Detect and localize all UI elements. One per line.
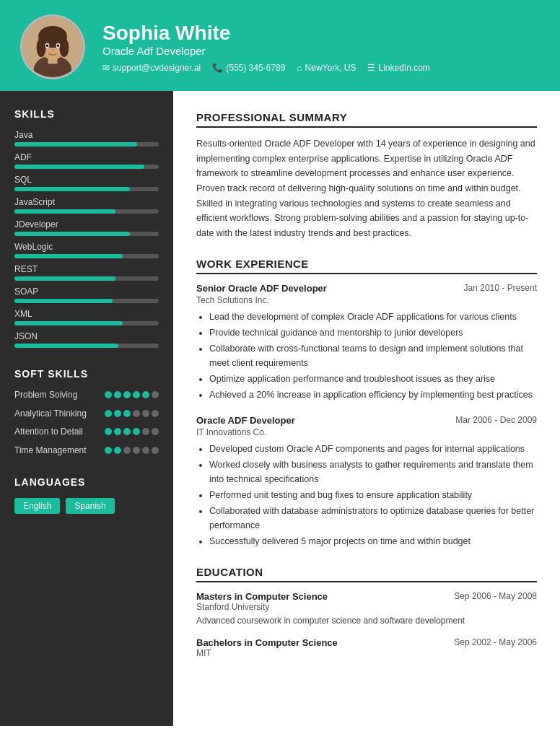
skill-bar-fill [14, 254, 123, 258]
skill-bar-fill [14, 321, 123, 325]
skills-list: Java ADF SQL JavaScript JDeveloper WebLo… [14, 130, 159, 348]
work-experience-section: WORK EXPERIENCE Senior Oracle ADF Develo… [196, 258, 537, 548]
edu-item: Masters in Computer Science Sep 2006 - M… [196, 591, 537, 627]
main-layout: SKILLS Java ADF SQL JavaScript JDevelope… [0, 91, 560, 726]
dot [133, 447, 140, 454]
job-bullet: Collaborated with database administrator… [209, 504, 537, 533]
job-date: Jan 2010 - Present [464, 283, 537, 293]
contact-phone: 📞 (555) 345-6789 [212, 63, 285, 73]
skill-bar-bg [14, 276, 159, 281]
avatar [20, 14, 85, 79]
job-bullet: Performed unit testing and bug fixes to … [209, 488, 537, 502]
skill-name: SQL [14, 175, 159, 185]
jobs-list: Senior Oracle ADF Developer Jan 2010 - P… [196, 283, 537, 548]
skill-name: REST [14, 264, 159, 274]
skill-bar-bg [14, 254, 159, 258]
skill-bar-bg [14, 321, 159, 325]
work-title: WORK EXPERIENCE [196, 258, 537, 274]
languages-title: LANGUAGES [14, 476, 159, 488]
language-tags: EnglishSpanish [14, 498, 159, 514]
linkedin-icon: ☰ [367, 63, 375, 73]
dots-container [105, 427, 159, 435]
job-date: Mar 2006 - Dec 2009 [455, 415, 537, 425]
skills-title: SKILLS [14, 108, 159, 120]
dot [105, 428, 112, 435]
skill-item: JDeveloper [14, 219, 159, 236]
soft-skill-name: Problem Solving [14, 390, 99, 401]
skill-bar-fill [14, 299, 113, 303]
svg-point-10 [46, 44, 49, 47]
edu-degree: Masters in Computer Science [196, 591, 328, 602]
dot [114, 447, 121, 454]
svg-rect-7 [38, 35, 66, 48]
dot [114, 391, 121, 398]
skill-item: SQL [14, 175, 159, 191]
dot [114, 428, 121, 435]
edu-date: Sep 2006 - May 2008 [454, 591, 537, 601]
svg-point-11 [57, 44, 60, 47]
skill-item: SOAP [14, 287, 159, 303]
soft-skill-item: Time Management [14, 445, 159, 457]
dot [133, 410, 140, 417]
edu-item: Bachelors in Computer Science Sep 2002 -… [196, 637, 537, 658]
job-bullet: Collaborate with cross-functional teams … [209, 341, 537, 370]
job-title: Senior Oracle ADF Developer [196, 283, 327, 294]
summary-text: Results-oriented Oracle ADF Developer wi… [196, 136, 537, 240]
skill-bar-fill [14, 142, 137, 147]
dot [123, 428, 131, 435]
job-company: IT Innovations Co. [196, 427, 537, 437]
dot [142, 428, 149, 435]
contact-location: ⌂ NewYork, US [297, 63, 356, 73]
sidebar: SKILLS Java ADF SQL JavaScript JDevelope… [0, 91, 173, 726]
dot [142, 447, 149, 454]
dot [114, 410, 121, 417]
skill-bar-bg [14, 165, 159, 169]
skill-item: WebLogic [14, 242, 159, 258]
candidate-name: Sophia White [102, 21, 540, 45]
soft-skill-item: Problem Solving [14, 390, 159, 401]
skill-bar-fill [14, 276, 115, 281]
dot [152, 410, 159, 417]
job-item: Senior Oracle ADF Developer Jan 2010 - P… [196, 283, 537, 402]
location-icon: ⌂ [297, 63, 302, 73]
phone-icon: 📞 [212, 63, 223, 73]
job-title: Oracle ADF Developer [196, 415, 295, 426]
skill-bar-fill [14, 344, 118, 348]
dot [123, 447, 131, 454]
dot [133, 428, 140, 435]
edu-school: Stanford University [196, 602, 537, 612]
skill-bar-fill [14, 232, 130, 236]
summary-title: PROFESSIONAL SUMMARY [196, 111, 537, 128]
job-bullet: Optimize application performance and tro… [209, 372, 537, 386]
language-tag: Spanish [66, 498, 114, 514]
dot [152, 428, 159, 435]
summary-section: PROFESSIONAL SUMMARY Results-oriented Or… [196, 111, 537, 240]
dots-container [105, 408, 159, 417]
edu-school: MIT [196, 648, 537, 658]
job-bullets: Developed custom Oracle ADF components a… [196, 442, 537, 548]
language-tag: English [14, 498, 60, 514]
contact-linkedin: ☰ LinkedIn.com [367, 63, 429, 73]
edu-degree: Bachelors in Computer Science [196, 637, 338, 648]
soft-skill-name: Attention to Detail [14, 427, 99, 438]
job-item: Oracle ADF Developer Mar 2006 - Dec 2009… [196, 415, 537, 548]
skill-bar-fill [14, 209, 115, 214]
job-header: Senior Oracle ADF Developer Jan 2010 - P… [196, 283, 537, 294]
soft-skill-name: Analytical Thinking [14, 408, 99, 420]
skill-name: JDeveloper [14, 219, 159, 229]
languages-section: LANGUAGES EnglishSpanish [14, 476, 159, 514]
skill-item: XML [14, 309, 159, 325]
skill-bar-bg [14, 142, 159, 147]
candidate-title: Oracle Adf Developer [102, 45, 540, 57]
dot [152, 391, 159, 398]
job-bullets: Lead the development of complex Oracle A… [196, 310, 537, 402]
skill-name: Java [14, 130, 159, 140]
edu-header: Bachelors in Computer Science Sep 2002 -… [196, 637, 537, 648]
header: Sophia White Oracle Adf Developer ✉ supp… [0, 0, 560, 91]
skill-item: REST [14, 264, 159, 281]
skill-name: WebLogic [14, 242, 159, 252]
email-icon: ✉ [102, 63, 110, 73]
skill-bar-fill [14, 165, 144, 169]
soft-skills-section: SOFT SKILLS Problem Solving Analytical T… [14, 368, 159, 456]
skills-section: SKILLS Java ADF SQL JavaScript JDevelope… [14, 108, 159, 348]
